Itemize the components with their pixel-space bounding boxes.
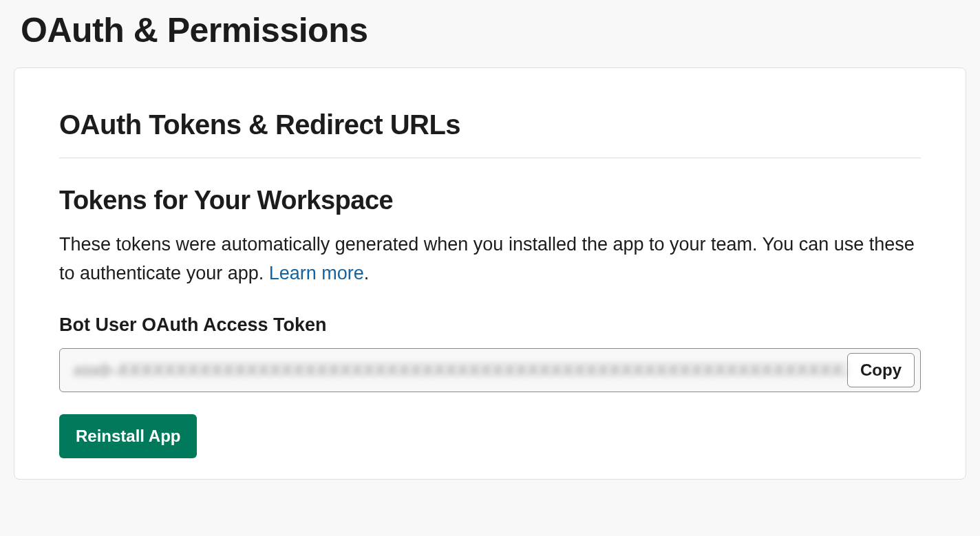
description-suffix: . (364, 263, 370, 283)
copy-button[interactable]: Copy (847, 353, 915, 387)
tokens-description: These tokens were automatically generate… (59, 231, 921, 288)
oauth-tokens-card: OAuth Tokens & Redirect URLs Tokens for … (14, 67, 966, 480)
reinstall-app-button[interactable]: Reinstall App (59, 414, 197, 458)
learn-more-link[interactable]: Learn more (269, 263, 364, 283)
divider (59, 158, 921, 158)
description-text: These tokens were automatically generate… (59, 234, 915, 283)
sub-section-title: Tokens for Your Workspace (59, 186, 921, 215)
token-input-row: xoxb-XXXXXXXXXXXXXXXXXXXXXXXXXXXXXXXXXXX… (59, 348, 921, 392)
token-value[interactable]: xoxb-XXXXXXXXXXXXXXXXXXXXXXXXXXXXXXXXXXX… (74, 361, 847, 380)
section-title: OAuth Tokens & Redirect URLs (59, 109, 921, 140)
page-title: OAuth & Permissions (21, 10, 966, 50)
token-field-label: Bot User OAuth Access Token (59, 314, 921, 336)
